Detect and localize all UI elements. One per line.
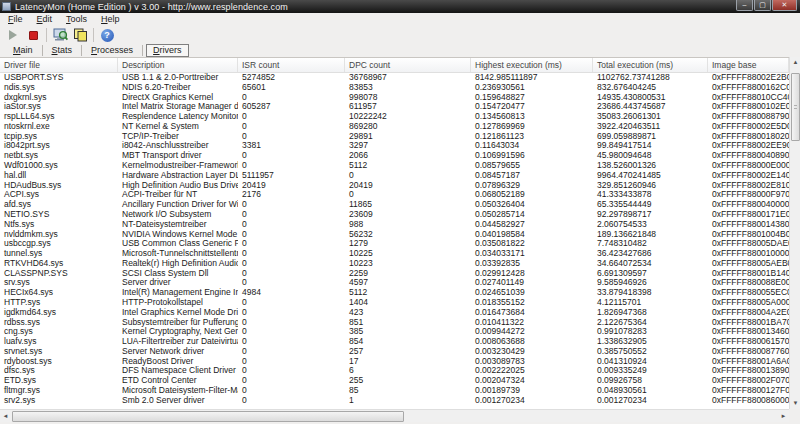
cell-driver-file: luafv.sys	[0, 337, 118, 347]
menu-item-file[interactable]: File	[1, 13, 30, 26]
table-row[interactable]: rdyboost.sysReadyBoost Driver0170.003089…	[0, 357, 789, 367]
menu-item-edit[interactable]: Edit	[30, 13, 60, 26]
table-row[interactable]: ETD.sysETD Control Center02550.002047324…	[0, 376, 789, 386]
cell-driver-file: NETIO.SYS	[0, 210, 118, 220]
cell-total-execution: 2.122675364	[593, 318, 708, 328]
cell-dpc-count: 257	[345, 347, 471, 357]
cell-total-execution: 329.851260946	[593, 181, 708, 191]
table-row[interactable]: tunnel.sysMicrosoft-Tunnelschnittstellen…	[0, 249, 789, 259]
table-row[interactable]: HECIx64.sysIntel(R) Management Engine In…	[0, 288, 789, 298]
cell-total-execution: 0.385750552	[593, 347, 708, 357]
cell-image-base: 0xFFFFF88000E00000	[708, 161, 789, 171]
table-row[interactable]: netbt.sysMBT Transport driver020660.1069…	[0, 151, 789, 161]
table-row[interactable]: srv2.sysSmb 2.0 Server driver010.0012702…	[0, 396, 789, 406]
cell-image-base: 0xFFFFF88005DAE000	[708, 239, 789, 249]
table-row[interactable]: rdbss.sysSubsystemtreiber für Pufferung …	[0, 318, 789, 328]
column-header-isr-count[interactable]: ISR count	[238, 58, 345, 72]
tab-main[interactable]: Main	[4, 45, 42, 56]
cell-driver-file: rdbss.sys	[0, 318, 118, 328]
tab-stats[interactable]: Stats	[43, 45, 82, 56]
cell-highest-execution: 0.236930561	[471, 83, 593, 93]
vertical-scroll-thumb[interactable]	[791, 73, 800, 141]
cell-highest-execution: 0.024651039	[471, 288, 593, 298]
table-row[interactable]: i8042prt.sysi8042-Anschlusstreiber338132…	[0, 141, 789, 151]
cell-description: Subsystemtreiber für Pufferung des...	[118, 318, 238, 328]
table-row[interactable]: Ntfs.sysNT-Dateisystemtreiber09880.04458…	[0, 220, 789, 230]
analyze-button[interactable]	[50, 27, 70, 43]
cell-driver-file: ndis.sys	[0, 83, 118, 93]
menu-item-tools[interactable]: Tools	[59, 13, 94, 26]
table-row[interactable]: hal.dllHardware Abstraction Layer DLL511…	[0, 171, 789, 181]
tab-drivers[interactable]: Drivers	[146, 44, 189, 57]
table-row[interactable]: ndis.sysNDIS 6.20-Treiber65601838530.236…	[0, 83, 789, 93]
vertical-scrollbar[interactable]: ▲ ▼	[789, 57, 800, 409]
cell-image-base: 0xFFFFF88001A6A000	[708, 357, 789, 367]
table-row[interactable]: nvlddmkm.sysNVIDIA Windows Kernel Mode D…	[0, 230, 789, 240]
cell-image-base: 0xFFFFF88006157000	[708, 337, 789, 347]
table-row[interactable]: CLASSPNP.SYSSCSI Class System Dll022590.…	[0, 269, 789, 279]
toolbar-separator	[46, 28, 47, 42]
stop-monitor-button[interactable]	[23, 27, 43, 43]
table-row[interactable]: iaStor.sysIntel Matrix Storage Manager d…	[0, 102, 789, 112]
table-row[interactable]: cng.sysKernel Cryptography, Next Generat…	[0, 327, 789, 337]
column-header-driver-file[interactable]: Driver file	[0, 58, 118, 72]
column-header-image-base[interactable]: Image base	[708, 58, 789, 72]
horizontal-scroll-thumb[interactable]	[12, 411, 404, 422]
minimize-icon[interactable]: –	[736, 0, 753, 11]
cell-total-execution: 1.826947368	[593, 308, 708, 318]
cell-image-base: 0xFFFFF88002EE9000	[708, 141, 789, 151]
cell-driver-file: tcpip.sys	[0, 132, 118, 142]
table-row[interactable]: usbccgp.sysUSB Common Class Generic Pare…	[0, 239, 789, 249]
cell-description: Intel(R) Management Engine Interface	[118, 288, 238, 298]
title-bar[interactable]: LatencyMon (Home Edition ) v 3.00 - http…	[0, 0, 800, 13]
table-row[interactable]: dxgkrnl.sysDirectX Graphics Kernel099807…	[0, 93, 789, 103]
cell-driver-file: dxgkrnl.sys	[0, 93, 118, 103]
table-row[interactable]: HDAudBus.sysHigh Definition Audio Bus Dr…	[0, 181, 789, 191]
table-row[interactable]: NETIO.SYSNetwork I/O Subsystem0236090.05…	[0, 210, 789, 220]
cell-total-execution: 4.12115701	[593, 298, 708, 308]
table-row[interactable]: HTTP.sysHTTP-Protokollstapel014040.01835…	[0, 298, 789, 308]
table-row[interactable]: luafv.sysLUA-Filtertreiber zur Dateivirt…	[0, 337, 789, 347]
column-header-highest-execution[interactable]: Highest execution (ms)	[471, 58, 593, 72]
table-row[interactable]: srv.sysServer driver045970.0274011499.58…	[0, 278, 789, 288]
cell-image-base: 0xFFFFF88008776000	[708, 347, 789, 357]
copy-report-button[interactable]	[70, 27, 90, 43]
cell-description: Hardware Abstraction Layer DLL	[118, 171, 238, 181]
cell-highest-execution: 0.009944272	[471, 327, 593, 337]
scroll-up-icon[interactable]: ▲	[790, 57, 800, 68]
column-header-description[interactable]: Description	[118, 58, 238, 72]
table-row[interactable]: Wdf01000.sysKernelmodustreiber-Framework…	[0, 161, 789, 171]
cell-dpc-count: 29891	[345, 132, 471, 142]
close-icon[interactable]: ✕	[772, 0, 797, 11]
cell-dpc-count: 2259	[345, 269, 471, 279]
cell-dpc-count: 23609	[345, 210, 471, 220]
menu-item-help[interactable]: Help	[94, 13, 127, 26]
cell-driver-file: CLASSPNP.SYS	[0, 269, 118, 279]
cell-highest-execution: 0.00189739	[471, 386, 593, 396]
table-row[interactable]: srvnet.sysServer Network driver02570.003…	[0, 347, 789, 357]
column-header-total-execution[interactable]: Total execution (ms)	[593, 58, 708, 72]
table-row[interactable]: RTKVHD64.sysRealtek(r) High Definition A…	[0, 259, 789, 269]
table-row[interactable]: tcpip.sysTCP/IP-Treiber0298910.121861123…	[0, 132, 789, 142]
cell-driver-file: tunnel.sys	[0, 249, 118, 259]
cell-driver-file: rdyboost.sys	[0, 357, 118, 367]
maximize-icon[interactable]: ▢	[754, 0, 771, 11]
table-row[interactable]: ACPI.sysACPI-Treiber für NT217600.068052…	[0, 190, 789, 200]
toolbar-separator	[93, 28, 94, 42]
cell-description: Smb 2.0 Server driver	[118, 396, 238, 406]
tab-processes[interactable]: Processes	[82, 45, 142, 56]
cell-highest-execution: 0.034033171	[471, 249, 593, 259]
scroll-down-icon[interactable]: ▼	[790, 398, 800, 409]
table-row[interactable]: igdkmd64.sysIntel Graphics Kernel Mode D…	[0, 308, 789, 318]
table-row[interactable]: rspLLL64.sysResplendence Latency Monitor…	[0, 112, 789, 122]
table-row[interactable]: fltmgr.sysMicrosoft Dateisystem-Filter-M…	[0, 386, 789, 396]
cell-dpc-count: 5112	[345, 161, 471, 171]
table-row[interactable]: USBPORT.SYSUSB 1.1 & 2.0-Porttreiber5274…	[0, 73, 789, 83]
horizontal-scrollbar[interactable]: ◄ ►	[0, 409, 789, 422]
table-row[interactable]: ntoskrnl.exeNT Kernel & System08692800.1…	[0, 122, 789, 132]
table-row[interactable]: afd.sysAncillary Function Driver for Win…	[0, 200, 789, 210]
start-monitor-button[interactable]	[3, 27, 23, 43]
help-button[interactable]: ?	[97, 27, 117, 43]
table-row[interactable]: dfsc.sysDFS Namespace Client Driver060.0…	[0, 366, 789, 376]
column-header-dpc-count[interactable]: DPC count	[345, 58, 471, 72]
